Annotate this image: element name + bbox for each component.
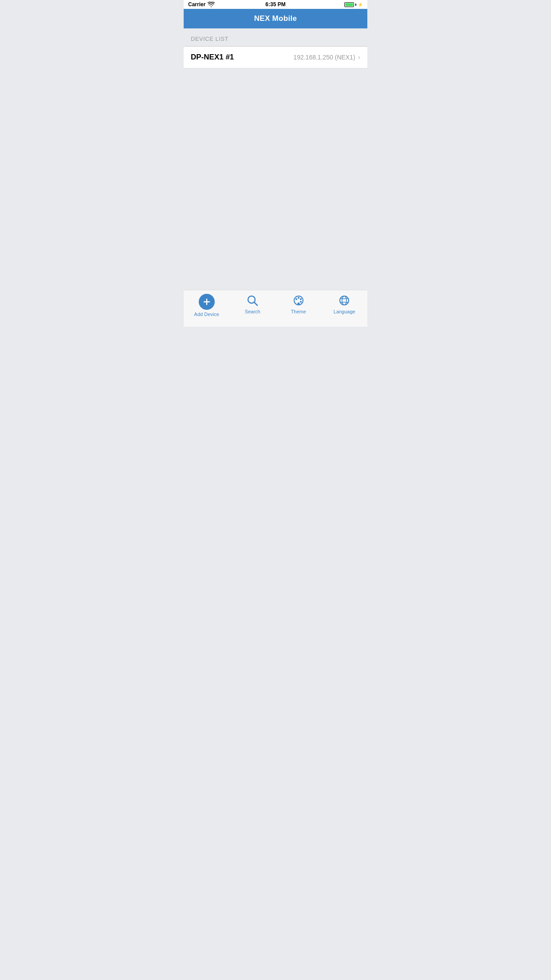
carrier-label: Carrier xyxy=(188,1,205,8)
tab-theme[interactable]: Theme xyxy=(276,294,322,314)
svg-point-6 xyxy=(298,297,299,299)
device-ip: 192.168.1.250 (NEX1) xyxy=(293,54,355,61)
device-list: DP-NEX1 #1 192.168.1.250 (NEX1) › xyxy=(184,47,367,68)
svg-point-7 xyxy=(300,298,302,300)
search-icon xyxy=(246,294,259,307)
content-area xyxy=(184,68,367,290)
tab-search[interactable]: Search xyxy=(230,294,276,314)
plus-icon xyxy=(203,298,211,306)
status-right: ⚡ xyxy=(344,2,363,7)
status-bar: Carrier 6:35 PM ⚡ xyxy=(184,0,367,9)
battery-icon xyxy=(344,2,354,7)
charging-bolt-icon: ⚡ xyxy=(358,2,363,7)
svg-point-9 xyxy=(297,303,299,305)
tab-language[interactable]: Language xyxy=(322,294,368,314)
tab-language-label: Language xyxy=(334,309,355,314)
app-title: NEX Mobile xyxy=(254,14,297,23)
section-label: DEVICE LIST xyxy=(191,36,228,42)
svg-point-11 xyxy=(342,296,346,305)
svg-point-8 xyxy=(300,301,302,303)
tab-add-device[interactable]: Add Device xyxy=(184,294,230,317)
device-list-section-header: DEVICE LIST xyxy=(184,28,367,46)
app-header: NEX Mobile xyxy=(184,9,367,28)
tab-search-label: Search xyxy=(245,309,260,314)
battery-fill xyxy=(345,3,353,6)
chevron-right-icon: › xyxy=(358,53,360,61)
tab-theme-label: Theme xyxy=(291,309,306,314)
status-left: Carrier xyxy=(188,1,215,8)
tab-add-device-label: Add Device xyxy=(194,312,219,317)
tab-bar: Add Device Search Theme Language xyxy=(184,290,367,327)
add-device-icon-circle xyxy=(199,294,215,310)
svg-point-5 xyxy=(295,298,297,300)
status-time: 6:35 PM xyxy=(265,1,285,8)
theme-palette-icon xyxy=(292,294,305,307)
battery-tip xyxy=(355,4,356,6)
svg-point-10 xyxy=(340,296,349,305)
wifi-icon xyxy=(208,2,215,7)
svg-line-3 xyxy=(254,302,257,305)
language-globe-icon xyxy=(338,294,351,307)
device-item[interactable]: DP-NEX1 #1 192.168.1.250 (NEX1) › xyxy=(184,47,367,68)
device-right: 192.168.1.250 (NEX1) › xyxy=(293,53,360,61)
device-name: DP-NEX1 #1 xyxy=(191,53,234,62)
